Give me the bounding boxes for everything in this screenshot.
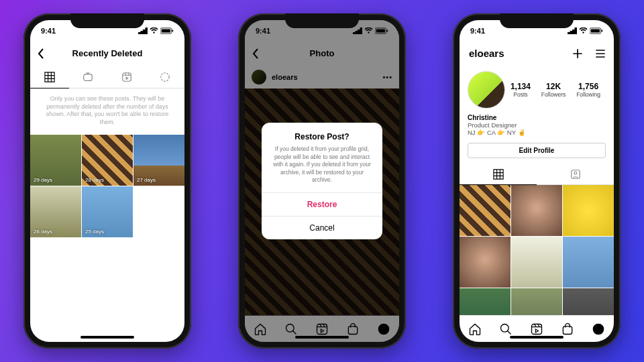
cancel-button[interactable]: Cancel	[262, 216, 382, 239]
deleted-item[interactable]: 27 days	[133, 135, 184, 186]
home-indicator[interactable]	[510, 336, 564, 339]
create-icon[interactable]	[571, 47, 584, 60]
svg-rect-19	[532, 324, 542, 334]
modal-title: Restore Post?	[262, 123, 382, 145]
avatar[interactable]	[468, 71, 505, 109]
nav-home-icon[interactable]	[468, 322, 482, 336]
modal-overlay: Restore Post? If you deleted it from you…	[245, 20, 399, 342]
tab-tagged[interactable]	[537, 164, 614, 185]
profile-tabs	[460, 164, 614, 185]
profile-header: eloears	[460, 42, 614, 66]
stat-posts[interactable]: 1,134Posts	[511, 82, 531, 98]
profile-username[interactable]: eloears	[469, 48, 504, 59]
profile-bio: Christine Product Designer NJ 👉 CA 👉 NY …	[460, 114, 614, 140]
content-type-tabs	[30, 66, 184, 88]
svg-rect-1	[162, 29, 170, 33]
edit-profile-button[interactable]: Edit Profile	[468, 143, 606, 158]
phone-recently-deleted: 9:41 Recently Deleted Only you can see t…	[23, 13, 191, 349]
device-notch	[285, 13, 359, 28]
svg-point-5	[161, 72, 169, 80]
post-thumbnail[interactable]	[563, 237, 614, 288]
stat-following[interactable]: 1,756Following	[576, 82, 600, 98]
deleted-item[interactable]: 25 days	[82, 186, 133, 237]
post-thumbnail[interactable]	[563, 288, 614, 315]
nav-search-icon[interactable]	[499, 322, 513, 336]
svg-rect-2	[172, 29, 174, 32]
status-time: 9:41	[41, 27, 56, 35]
svg-point-17	[574, 172, 577, 174]
restore-button[interactable]: Restore	[262, 192, 382, 216]
tab-posts-grid[interactable]	[460, 164, 537, 185]
post-thumbnail[interactable]	[511, 288, 562, 315]
battery-icon	[160, 27, 174, 34]
tab-grid[interactable]	[30, 66, 69, 88]
post-thumbnail[interactable]	[511, 185, 562, 236]
device-notch	[500, 13, 574, 28]
tab-igtv[interactable]	[69, 66, 108, 88]
signal-icon	[138, 27, 148, 34]
svg-rect-20	[563, 326, 572, 334]
bio-name: Christine	[468, 114, 606, 121]
nav-shop-icon[interactable]	[561, 322, 574, 336]
info-text: Only you can see these posts. They will …	[30, 88, 184, 135]
profile-grid	[460, 185, 614, 315]
svg-point-21	[593, 323, 604, 335]
svg-rect-15	[602, 29, 603, 32]
svg-rect-3	[84, 74, 92, 80]
menu-icon[interactable]	[594, 47, 607, 60]
bio-location: NJ 👉 CA 👉 NY ✌️	[468, 129, 606, 136]
post-thumbnail[interactable]	[563, 185, 614, 236]
home-indicator[interactable]	[80, 336, 134, 339]
device-notch	[70, 13, 144, 28]
nav-reels-icon[interactable]	[530, 322, 543, 336]
svg-rect-14	[591, 29, 600, 33]
profile-stats-row: 1,134Posts 12KFollowers 1,756Following	[460, 66, 614, 114]
deleted-item[interactable]: 26 days	[30, 186, 81, 237]
post-thumbnail[interactable]	[460, 185, 511, 236]
post-thumbnail[interactable]	[460, 288, 511, 315]
signal-icon	[568, 27, 577, 34]
tab-stories[interactable]	[146, 66, 185, 88]
home-indicator[interactable]	[295, 336, 349, 339]
battery-icon	[590, 27, 603, 34]
deleted-item[interactable]: 28 days	[82, 135, 133, 186]
deleted-item[interactable]: 29 days	[30, 135, 81, 186]
deleted-grid: 29 days 28 days 27 days 26 days 25 days	[30, 135, 184, 237]
phone-profile: 9:41 eloears 1,134Posts 12KFollowers 1,7…	[453, 13, 621, 349]
status-time: 9:41	[470, 27, 485, 35]
bio-role: Product Designer	[468, 121, 606, 129]
stat-followers[interactable]: 12KFollowers	[541, 82, 566, 98]
wifi-icon	[150, 27, 158, 34]
page-title: Recently Deleted	[72, 48, 143, 58]
tab-reels[interactable]	[107, 66, 146, 88]
screen-header: Recently Deleted	[30, 42, 184, 66]
phone-restore-dialog: 9:41 Photo eloears •••	[238, 13, 406, 349]
back-icon[interactable]	[37, 48, 45, 59]
nav-profile-icon[interactable]	[592, 322, 605, 336]
modal-body: If you deleted it from your profile grid…	[262, 145, 382, 192]
post-thumbnail[interactable]	[511, 237, 562, 288]
post-thumbnail[interactable]	[460, 237, 511, 288]
restore-modal: Restore Post? If you deleted it from you…	[262, 123, 382, 239]
wifi-icon	[579, 27, 588, 34]
svg-point-18	[501, 324, 509, 332]
